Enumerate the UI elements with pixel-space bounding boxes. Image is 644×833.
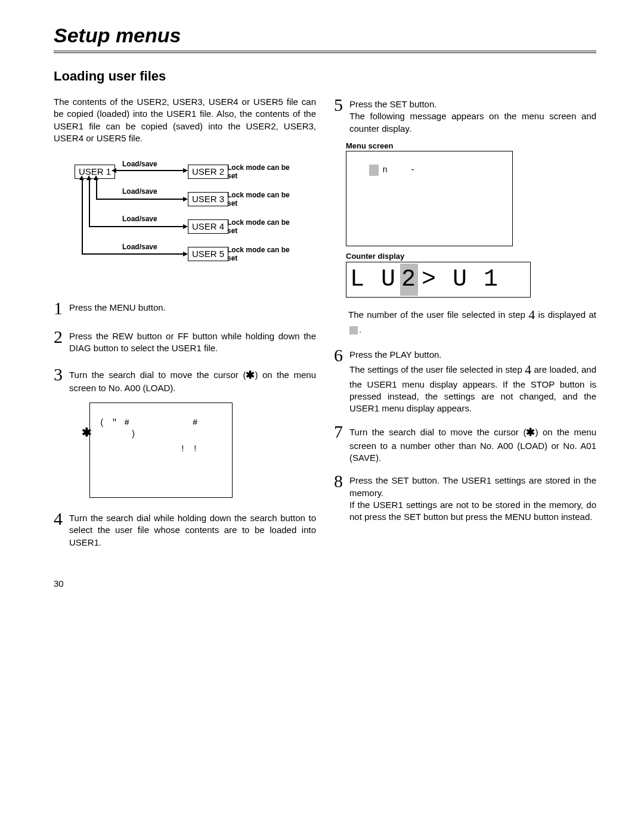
shaded-n-placeholder — [369, 165, 379, 176]
user3-box: USER 3 — [188, 192, 228, 206]
step-number-8: 8 — [334, 472, 346, 523]
menu-screen-1: ✱ ( " # # ) ! ! — [89, 402, 233, 498]
lock-mode-2: Lock mode can be set — [227, 163, 299, 181]
shaded-placeholder-icon — [349, 326, 358, 335]
menu-screen-label: Menu screen — [346, 141, 596, 151]
step-6-text: Press the PLAY button. The settings of t… — [349, 346, 596, 415]
step-5-text: Press the SET button. The following mess… — [349, 96, 596, 135]
counter-display: L U2 > U 1 — [346, 262, 531, 298]
user5-box: USER 5 — [188, 247, 228, 261]
intro-paragraph: The contents of the USER2, USER3, USER4 … — [54, 96, 316, 144]
step-number-7: 7 — [334, 423, 346, 464]
step-7-text: Turn the search dial to move the cursor … — [349, 423, 596, 464]
step-8-text: Press the SET button. The USER1 settings… — [349, 472, 596, 523]
step-number-3: 3 — [54, 366, 66, 395]
user4-box: USER 4 — [188, 219, 228, 234]
menu-screen-2: n - — [346, 151, 513, 246]
step-3-text: Turn the search dial to move the cursor … — [69, 366, 316, 395]
load-save-label-4: Load/save — [122, 242, 157, 252]
user-file-diagram: USER 1 USER 2 USER 3 USER 4 USER 5 Load/… — [75, 159, 295, 290]
user2-box: USER 2 — [188, 165, 228, 179]
step-1-text: Press the MENU button. — [69, 299, 316, 317]
after-counter-text: The number of the user file selected in … — [348, 306, 596, 336]
page-number: 30 — [54, 578, 596, 589]
step-number-4: 4 — [54, 510, 66, 549]
lock-mode-5: Lock mode can be set — [227, 246, 299, 263]
cursor-star-marker-icon: ✱ — [82, 425, 93, 441]
cursor-star-icon-2: ✱ — [526, 426, 535, 438]
step-4-text: Turn the search dial while holding down … — [69, 510, 316, 549]
lock-mode-3: Lock mode can be set — [227, 191, 299, 208]
load-save-label-3: Load/save — [122, 214, 157, 224]
step-2-text: Press the REW button or FF button while … — [69, 328, 316, 355]
cursor-star-icon: ✱ — [246, 369, 255, 381]
step-number-6: 6 — [334, 346, 346, 415]
load-save-label-2: Load/save — [122, 187, 157, 196]
step-number-2: 2 — [54, 328, 66, 355]
page-title: Setup menus — [54, 24, 596, 53]
step-number-1: 1 — [54, 299, 66, 317]
section-title: Loading user files — [54, 69, 596, 84]
load-save-label-1: Load/save — [122, 159, 157, 169]
step-number-5: 5 — [334, 96, 346, 135]
lock-mode-4: Lock mode can be set — [227, 218, 299, 236]
counter-display-label: Counter display — [346, 251, 596, 262]
